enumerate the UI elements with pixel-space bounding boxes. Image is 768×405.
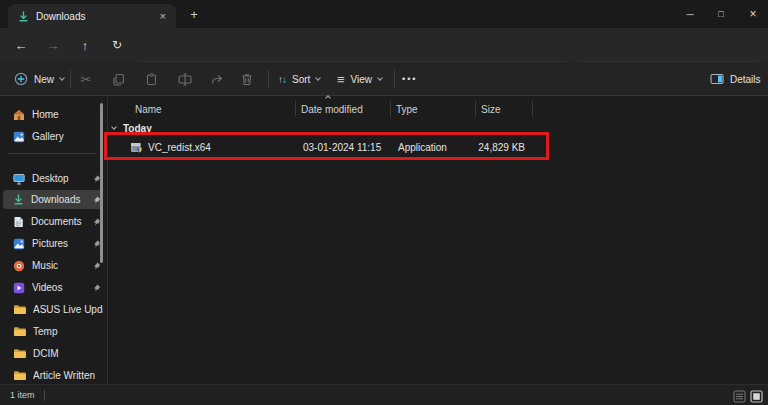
view-icon: ≡ — [337, 72, 345, 87]
download-icon — [18, 11, 29, 22]
sidebar: Home Gallery Desktop — [0, 97, 108, 384]
sidebar-item-label: Music — [32, 260, 86, 271]
share-icon — [210, 73, 224, 86]
file-list: Name Date modified Type Size Today VC_re… — [108, 97, 768, 384]
sidebar-item-dcim[interactable]: DCIM — [3, 344, 103, 363]
sidebar-item-label: Desktop — [32, 173, 86, 184]
content-area: Home Gallery Desktop — [0, 97, 768, 384]
command-bar: New ✂ — [0, 62, 768, 96]
sidebar-item-label: Home — [32, 109, 103, 120]
cut-icon: ✂ — [81, 72, 92, 87]
trash-icon — [241, 73, 253, 86]
titlebar: Downloads × + ─ □ × — [0, 0, 768, 28]
sidebar-item-downloads[interactable]: Downloads — [3, 190, 103, 209]
chevron-down-icon — [59, 75, 65, 81]
forward-button[interactable]: → — [42, 35, 64, 55]
download-icon — [13, 194, 24, 205]
sidebar-item-label: Downloads — [31, 194, 86, 205]
sidebar-item-music[interactable]: Music — [3, 256, 103, 275]
column-header-name[interactable]: Name — [135, 99, 162, 119]
column-header-type[interactable]: Type — [396, 99, 418, 119]
delete-button[interactable] — [241, 62, 253, 96]
home-icon — [13, 109, 25, 121]
sidebar-item-label: ASUS Live Upda — [33, 304, 103, 315]
sidebar-item-gallery[interactable]: Gallery — [3, 127, 103, 146]
icons-view-button[interactable] — [749, 389, 763, 403]
paste-icon — [145, 73, 158, 86]
maximize-button[interactable]: □ — [706, 0, 736, 28]
sidebar-item-asus-live-update[interactable]: ASUS Live Upda — [3, 300, 103, 319]
collapse-chevron-icon — [111, 124, 117, 130]
cut-button[interactable]: ✂ — [78, 62, 94, 96]
sidebar-item-documents[interactable]: Documents — [3, 212, 103, 231]
gallery-icon — [13, 131, 25, 143]
new-plus-icon — [14, 72, 28, 86]
navigation-bar: ← → ↑ ↻ Downloads — [0, 28, 768, 62]
file-type: Application — [398, 142, 447, 153]
rename-icon — [178, 73, 192, 86]
file-row[interactable]: VC_redist.x64 03-01-2024 11:15 Applicati… — [108, 136, 548, 158]
details-pane-icon — [710, 73, 724, 85]
sidebar-divider — [8, 153, 96, 154]
new-tab-button[interactable]: + — [184, 6, 204, 24]
tab-title: Downloads — [36, 11, 153, 22]
group-header-today[interactable]: Today — [112, 121, 152, 135]
more-icon: ••• — [402, 74, 417, 84]
chevron-down-icon — [316, 75, 322, 81]
status-bar: 1 item — [0, 384, 768, 405]
sidebar-item-label: Article Written — [33, 370, 103, 381]
column-separator[interactable] — [532, 101, 533, 117]
details-pane-button[interactable]: Details — [710, 62, 761, 96]
up-button[interactable]: ↑ — [74, 35, 96, 55]
sidebar-item-home[interactable]: Home — [3, 105, 103, 124]
folder-icon — [13, 348, 26, 359]
sidebar-item-pictures[interactable]: Pictures — [3, 234, 103, 253]
chevron-down-icon — [377, 75, 383, 81]
sidebar-item-temp[interactable]: Temp — [3, 322, 103, 341]
sidebar-item-desktop[interactable]: Desktop — [3, 169, 103, 188]
videos-icon — [13, 282, 25, 294]
tab-close-icon[interactable]: × — [160, 10, 166, 22]
tab-downloads[interactable]: Downloads × — [8, 4, 176, 28]
toolbar-separator — [70, 70, 71, 88]
rename-button[interactable] — [178, 62, 192, 96]
pin-icon — [93, 284, 101, 292]
paste-button[interactable] — [145, 62, 158, 96]
refresh-button[interactable]: ↻ — [106, 35, 128, 55]
sidebar-item-label: Pictures — [32, 238, 86, 249]
more-options-button[interactable]: ••• — [402, 62, 417, 96]
column-separator[interactable] — [295, 101, 296, 117]
minimize-button[interactable]: ─ — [675, 0, 705, 28]
column-separator[interactable] — [390, 101, 391, 117]
close-button[interactable]: × — [738, 0, 768, 28]
toolbar-separator — [394, 70, 395, 88]
sort-button[interactable]: ↑↓ Sort — [278, 62, 320, 96]
file-name-cell: VC_redist.x64 — [130, 141, 211, 154]
sidebar-item-videos[interactable]: Videos — [3, 278, 103, 297]
status-divider — [44, 390, 45, 401]
new-label: New — [34, 74, 54, 85]
sidebar-item-article-written[interactable]: Article Written — [3, 366, 103, 385]
copy-icon — [112, 73, 125, 86]
sidebar-item-label: DCIM — [33, 348, 103, 359]
new-button[interactable]: New — [14, 62, 64, 96]
back-button[interactable]: ← — [10, 35, 32, 55]
folder-icon — [13, 370, 26, 381]
group-label: Today — [123, 123, 152, 134]
details-view-button[interactable] — [732, 389, 746, 403]
sidebar-item-label: Gallery — [32, 131, 103, 142]
view-button[interactable]: ≡ View — [337, 62, 382, 96]
toolbar-separator — [268, 70, 269, 88]
desktop-icon — [13, 173, 25, 185]
file-size: 24,829 KB — [475, 142, 525, 153]
column-separator[interactable] — [475, 101, 476, 117]
sidebar-scrollbar[interactable] — [100, 103, 103, 263]
copy-button[interactable] — [112, 62, 125, 96]
music-icon — [13, 260, 25, 272]
column-header-date-modified[interactable]: Date modified — [301, 99, 363, 119]
column-header-size[interactable]: Size — [481, 99, 500, 119]
document-icon — [13, 216, 24, 228]
file-explorer-window: Downloads × + ─ □ × ← → ↑ ↻ Downloads — [0, 0, 768, 405]
pictures-icon — [13, 238, 25, 250]
share-button[interactable] — [210, 62, 224, 96]
